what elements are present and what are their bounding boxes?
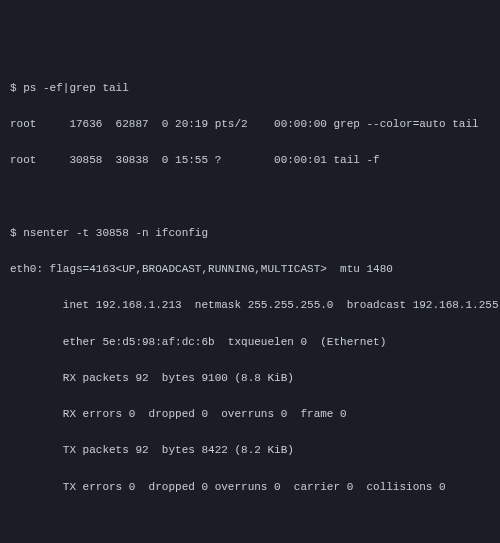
ps-output-row: root 17636 62887 0 20:19 pts/2 00:00:00 … (10, 115, 490, 133)
iface-eth0-inet: inet 192.168.1.213 netmask 255.255.255.0… (10, 296, 490, 314)
cmd-line-ps: $ ps -ef|grep tail (10, 79, 490, 97)
ps-output-row: root 30858 30838 0 15:55 ? 00:00:01 tail… (10, 151, 490, 169)
blank-line (10, 187, 490, 205)
iface-eth0-ether: ether 5e:d5:98:af:dc:6b txqueuelen 0 (Et… (10, 333, 490, 351)
command-nsenter: nsenter -t 30858 -n ifconfig (23, 227, 208, 239)
cmd-line-nsenter: $ nsenter -t 30858 -n ifconfig (10, 224, 490, 242)
command-ps: ps -ef|grep tail (23, 82, 129, 94)
blank-line (10, 514, 490, 532)
iface-eth0-tx-packets: TX packets 92 bytes 8422 (8.2 KiB) (10, 441, 490, 459)
prompt: $ (10, 82, 23, 94)
iface-eth0-rx-packets: RX packets 92 bytes 9100 (8.8 KiB) (10, 369, 490, 387)
iface-eth0-rx-errors: RX errors 0 dropped 0 overruns 0 frame 0 (10, 405, 490, 423)
iface-eth0-header: eth0: flags=4163<UP,BROADCAST,RUNNING,MU… (10, 260, 490, 278)
prompt: $ (10, 227, 23, 239)
iface-eth0-tx-errors: TX errors 0 dropped 0 overruns 0 carrier… (10, 478, 490, 496)
